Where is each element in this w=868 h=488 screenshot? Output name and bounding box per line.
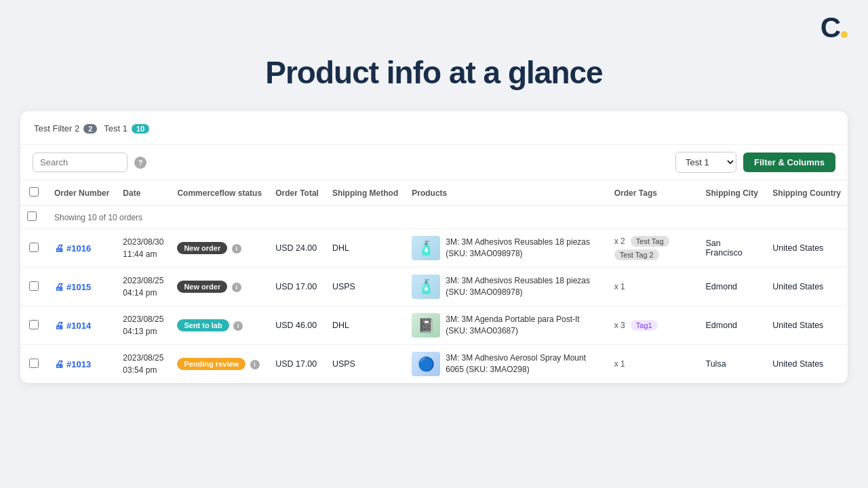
status-badge: New order: [177, 242, 227, 254]
order-total-text: USD 46.00: [275, 321, 317, 330]
shipping-city-text: Edmond: [705, 282, 737, 291]
order-total-text: USD 17.00: [275, 359, 317, 369]
tab-test-1-label: Test 1: [104, 123, 127, 134]
product-info: 🔵 3M: 3M Adhesivo Aerosol Spray Mount 60…: [412, 352, 601, 376]
row-checkbox[interactable]: [29, 359, 39, 368]
shipping-method-text: USPS: [332, 282, 355, 291]
shipping-city-cell: Tulsa: [698, 345, 766, 384]
product-info: 🧴 3M: 3M Adhesivos Reusables 18 piezas (…: [412, 236, 601, 260]
shipping-country-text: United States: [772, 359, 823, 369]
tags-container: x 1: [614, 359, 692, 369]
tag-pill: Test Tag 2: [614, 249, 659, 260]
products-cell: 📓 3M: 3M Agenda Portable para Post-It (S…: [405, 306, 608, 345]
order-total-cell: USD 17.00: [269, 268, 326, 306]
order-link[interactable]: 🖨 #1013: [54, 359, 109, 369]
status-cell: Sent to lab i: [170, 306, 269, 345]
col-shipping-method: Shipping Method: [326, 180, 405, 206]
order-number-cell: 🖨 #1014: [47, 306, 116, 345]
order-tags-cell: x 1: [608, 345, 699, 384]
tags-container: x 1: [614, 282, 692, 291]
col-commerceflow-status: Commerceflow status: [170, 180, 269, 206]
row-checkbox-cell: [20, 229, 47, 268]
col-products: Products: [405, 180, 608, 206]
status-cell: Pending review i: [170, 345, 269, 384]
col-date: Date: [116, 180, 170, 206]
col-shipping-country: Shipping Country: [766, 180, 848, 206]
table-row: 🖨 #1016 2023/08/3011:44 am New order i U…: [20, 229, 848, 268]
order-number-text: #1014: [66, 321, 91, 331]
qty-text: x 2: [614, 237, 625, 246]
shipping-method-cell: DHL: [326, 306, 405, 345]
qty-text: x 3: [614, 321, 625, 330]
shipping-city-cell: San Francisco: [698, 229, 766, 268]
main-container: Test Filter 2 2 Test 1 10 ? Test 1 Test …: [20, 111, 848, 383]
order-number-cell: 🖨 #1013: [47, 345, 116, 384]
order-total-cell: USD 17.00: [269, 345, 326, 384]
status-label: New order: [184, 283, 220, 291]
date-cell: 2023/08/2504:14 pm: [116, 268, 170, 306]
row-checkbox[interactable]: [29, 243, 39, 252]
select-all-header: [20, 180, 47, 206]
logo-letter: C: [821, 14, 840, 42]
status-info-icon[interactable]: i: [232, 244, 241, 253]
status-info-icon[interactable]: i: [232, 283, 241, 292]
shipping-country-cell: United States: [766, 268, 848, 306]
shipping-method-cell: DHL: [326, 229, 405, 268]
tab-test-filter-2[interactable]: Test Filter 2 2: [33, 121, 98, 136]
logo-dot: [841, 31, 848, 38]
shipping-country-cell: United States: [766, 306, 848, 345]
tab-test-1[interactable]: Test 1 10: [102, 121, 151, 136]
col-order-total: Order Total: [269, 180, 326, 206]
showing-row-checkbox[interactable]: [27, 211, 37, 221]
status-info-icon[interactable]: i: [233, 321, 243, 331]
shipping-method-cell: USPS: [326, 345, 405, 384]
products-cell: 🧴 3M: 3M Adhesivos Reusables 18 piezas (…: [405, 268, 608, 306]
order-link[interactable]: 🖨 #1016: [54, 243, 109, 253]
help-icon[interactable]: ?: [134, 157, 146, 169]
shipping-method-text: DHL: [332, 243, 349, 253]
order-total-cell: USD 46.00: [269, 306, 326, 345]
date-cell: 2023/08/3011:44 am: [116, 229, 170, 268]
order-total-text: USD 17.00: [275, 282, 317, 291]
col-order-tags: Order Tags: [608, 180, 699, 206]
tags-container: x 3Tag1: [614, 320, 692, 331]
product-name-text: 3M: 3M Agenda Portable para Post-It (SKU…: [446, 314, 601, 337]
showing-row: Showing 10 of 10 orders: [20, 206, 848, 229]
product-image: 🧴: [412, 236, 440, 260]
shipping-city-text: Edmond: [705, 321, 737, 330]
date-text: 2023/08/3011:44 am: [123, 236, 163, 260]
order-number-text: #1015: [66, 282, 91, 292]
status-info-icon[interactable]: i: [250, 360, 260, 369]
status-badge: Sent to lab: [177, 319, 229, 331]
order-link[interactable]: 🖨 #1015: [54, 281, 109, 292]
row-checkbox-cell: [20, 306, 47, 345]
order-link[interactable]: 🖨 #1014: [54, 320, 109, 331]
filter-select[interactable]: Test 1 Test 2: [675, 152, 736, 173]
table-wrapper: Order Number Date Commerceflow status Or…: [20, 180, 848, 383]
tag-pill: Test Tag: [631, 236, 669, 247]
shipping-country-text: United States: [772, 282, 823, 291]
row-checkbox[interactable]: [29, 281, 39, 291]
tab-test-filter-2-badge: 2: [83, 124, 97, 134]
shipping-country-cell: United States: [766, 345, 848, 384]
search-input[interactable]: [33, 152, 127, 172]
filter-columns-button[interactable]: Filter & Columns: [743, 152, 835, 172]
status-label: Pending review: [184, 360, 239, 368]
shipping-city-cell: Edmond: [698, 268, 766, 306]
order-total-text: USD 24.00: [275, 243, 317, 253]
order-tags-cell: x 2Test TagTest Tag 2: [608, 229, 699, 268]
product-info: 📓 3M: 3M Agenda Portable para Post-It (S…: [412, 313, 601, 338]
shipping-method-text: DHL: [332, 321, 349, 330]
toolbar: ? Test 1 Test 2 Filter & Columns: [20, 145, 848, 180]
row-checkbox[interactable]: [29, 320, 39, 329]
row-checkbox-cell: [20, 345, 47, 384]
products-cell: 🔵 3M: 3M Adhesivo Aerosol Spray Mount 60…: [405, 345, 608, 384]
order-number-text: #1013: [66, 359, 91, 369]
shipping-city-cell: Edmond: [698, 306, 766, 345]
page-title: Product info at a glance: [0, 0, 868, 111]
product-name-text: 3M: 3M Adhesivos Reusables 18 piezas (SK…: [446, 237, 601, 260]
printer-icon: 🖨: [54, 359, 64, 369]
order-number-cell: 🖨 #1015: [47, 268, 116, 306]
select-all-checkbox[interactable]: [29, 187, 39, 197]
filter-tabs: Test Filter 2 2 Test 1 10: [20, 111, 848, 145]
